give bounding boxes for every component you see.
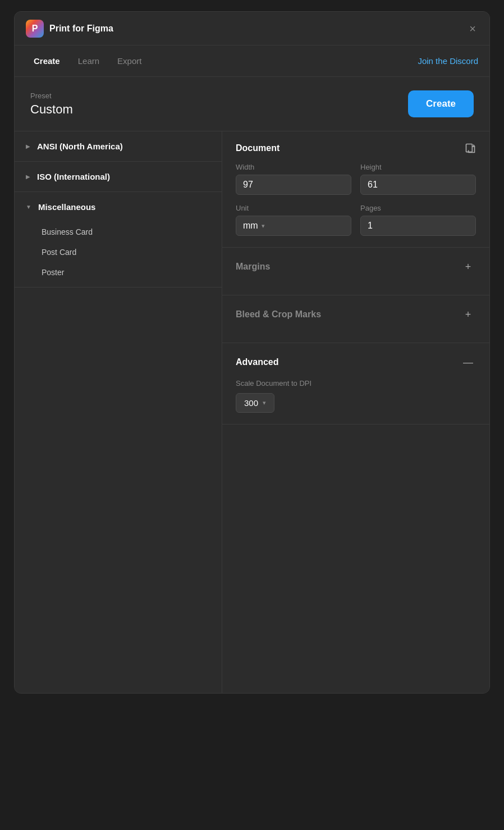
pages-field-group: Pages 1 [360,204,476,236]
preset-group-misc: ▼ Miscellaneous Business Card Post Card … [15,192,222,288]
advanced-section: Advanced — Scale Document to DPI 300 ▾ [222,343,489,425]
dpi-value: 300 [244,398,258,408]
rotate-icon[interactable] [465,143,476,154]
unit-label: Unit [236,204,351,212]
close-button[interactable]: × [467,21,478,37]
preset-item-business-card[interactable]: Business Card [42,222,222,242]
bleed-add-button[interactable]: + [460,307,476,322]
advanced-section-header: Advanced — [236,354,476,370]
rotate-svg [465,143,476,154]
preset-value: Custom [30,102,73,117]
misc-group-items: Business Card Post Card Poster [15,222,222,287]
preset-item-post-card[interactable]: Post Card [42,242,222,262]
create-button[interactable]: Create [408,90,474,117]
unit-select[interactable]: mm ▾ [236,216,351,236]
right-panel: Document Width 97 H [222,131,489,693]
misc-group-name: Miscellaneous [38,202,96,212]
unit-value: mm [243,221,258,231]
height-label: Height [360,163,476,171]
document-title: Document [236,143,280,153]
discord-link[interactable]: Join the Discord [418,56,478,66]
unit-dropdown-arrow: ▾ [262,222,265,230]
margins-section: Margins + [222,248,489,295]
document-section-header: Document [236,143,476,154]
presets-sidebar: ▶ ANSI (North America) ▶ ISO (Internatio… [15,131,222,693]
dpi-dropdown-arrow: ▾ [263,399,266,407]
preset-section: Preset Custom Create [15,77,489,131]
advanced-collapse-button[interactable]: — [460,354,476,370]
tab-export[interactable]: Export [109,53,149,69]
bleed-section-header: Bleed & Crop Marks + [236,307,476,322]
width-label: Width [236,163,351,171]
title-bar: P Print for Figma × [15,12,489,45]
document-fields: Width 97 Height 61 Unit mm ▾ [236,163,476,236]
preset-group-ansi: ▶ ANSI (North America) [15,131,222,162]
height-field-group: Height 61 [360,163,476,195]
ansi-group-name: ANSI (North America) [37,142,123,151]
pages-label: Pages [360,204,476,212]
bleed-title: Bleed & Crop Marks [236,309,321,320]
margins-section-header: Margins + [236,259,476,275]
width-field-group: Width 97 [236,163,351,195]
nav-tabs: Create Learn Export [26,53,418,69]
width-input[interactable]: 97 [236,175,351,195]
iso-chevron-icon: ▶ [26,174,30,180]
tab-create[interactable]: Create [26,53,68,69]
plugin-logo: P [26,20,44,38]
tab-learn[interactable]: Learn [70,53,107,69]
height-input[interactable]: 61 [360,175,476,195]
preset-info: Preset Custom [30,92,73,117]
ansi-group-header[interactable]: ▶ ANSI (North America) [15,131,222,161]
window-title: Print for Figma [49,24,113,34]
document-section: Document Width 97 H [222,131,489,248]
margins-title: Margins [236,262,270,272]
iso-group-header[interactable]: ▶ ISO (International) [15,162,222,191]
empty-bottom-area [222,425,489,693]
dpi-label: Scale Document to DPI [236,379,476,387]
margins-add-button[interactable]: + [460,259,476,275]
misc-group-header[interactable]: ▼ Miscellaneous [15,192,222,222]
unit-field-group: Unit mm ▾ [236,204,351,236]
svg-rect-0 [466,144,473,152]
iso-group-name: ISO (International) [37,172,110,181]
misc-chevron-icon: ▼ [26,204,31,210]
pages-input[interactable]: 1 [360,216,476,236]
main-content: ▶ ANSI (North America) ▶ ISO (Internatio… [15,131,489,693]
title-left: P Print for Figma [26,20,113,38]
plugin-window: P Print for Figma × Create Learn Export … [14,11,490,694]
preset-group-iso: ▶ ISO (International) [15,162,222,192]
advanced-title: Advanced [236,357,278,367]
bleed-section: Bleed & Crop Marks + [222,295,489,343]
dpi-select[interactable]: 300 ▾ [236,393,274,413]
preset-label: Preset [30,92,73,100]
nav-bar: Create Learn Export Join the Discord [15,45,489,77]
ansi-chevron-icon: ▶ [26,143,30,149]
preset-item-poster[interactable]: Poster [42,262,222,282]
